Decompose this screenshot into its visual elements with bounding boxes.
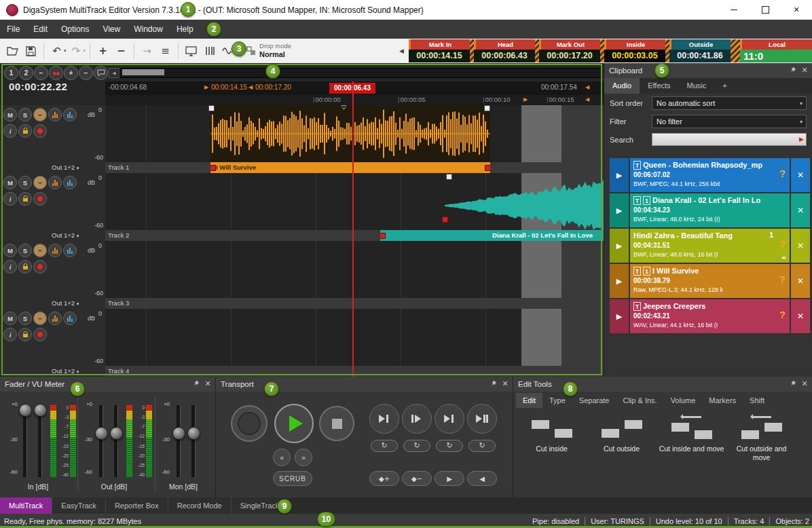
clipboard-item[interactable]: ▶ TJeepers Creepers 00:02:43.21 WAV, Lin… [610, 299, 810, 333]
clip-item-body[interactable]: T1I Will Survive 00:00:38.79 Raw, MPEG-L… [630, 264, 790, 298]
solo-button[interactable]: S [18, 244, 32, 257]
help-icon[interactable]: ? [779, 274, 786, 285]
ruler-right-marker-icon[interactable]: ◀ [585, 84, 589, 90]
timeline-ruler-ticks[interactable]: 00:00:00 00:00:05 00:00:10 ▶ 00:00:15 ◀ [105, 95, 604, 105]
fader-knob[interactable] [110, 427, 123, 440]
timeline-scrollbar[interactable] [119, 68, 602, 78]
track-name[interactable]: Track 3 [108, 299, 129, 307]
undo-icon[interactable]: ↶ [48, 42, 65, 60]
close-button[interactable]: ✕ [781, 0, 812, 20]
tab-effects[interactable]: Effects [640, 78, 678, 94]
track-lane[interactable] [105, 241, 604, 298]
open-icon[interactable] [4, 42, 21, 60]
clipboard-item[interactable]: ▶ Hindi Zahra - Beautiful Tang 00:04:31.… [610, 229, 810, 263]
rewind-button[interactable]: « [273, 449, 291, 466]
info-button[interactable]: i [3, 192, 17, 206]
clip-handle[interactable] [380, 233, 386, 239]
timeline-scrollbar-thumb[interactable] [122, 69, 164, 75]
tab-reporter-box[interactable]: Reporter Box [106, 497, 168, 514]
mute-button[interactable]: M [3, 176, 17, 189]
fader-knob[interactable] [187, 427, 200, 440]
maximize-button[interactable] [750, 0, 781, 20]
timebox-scroll-left-icon[interactable]: ◀ [399, 48, 404, 54]
tab-shift[interactable]: Shift [743, 393, 771, 408]
mark-in-icon[interactable]: ▶ [204, 84, 208, 90]
remove-icon[interactable]: − [113, 42, 130, 60]
fader-track[interactable] [114, 405, 118, 477]
meter-a-button[interactable] [48, 108, 62, 121]
monitor-icon[interactable] [183, 42, 200, 60]
tab-separate[interactable]: Separate [572, 393, 616, 408]
solo-button[interactable]: S [18, 108, 32, 121]
save-icon[interactable] [22, 42, 39, 60]
play-to-mark-button[interactable] [369, 404, 399, 434]
record-button[interactable] [231, 405, 267, 442]
meter-b-button[interactable] [63, 176, 77, 189]
clip-handle[interactable] [442, 216, 448, 223]
mark-out-icon[interactable]: ◀ [248, 84, 253, 90]
menu-help[interactable]: Help [170, 20, 200, 39]
cut-outside-and-move-button[interactable]: Cut outside and move [728, 415, 794, 462]
track-name[interactable]: Track 4 [108, 367, 129, 375]
filter-select[interactable]: No filter▾ [652, 115, 807, 128]
loop-button[interactable]: ↻ [403, 440, 430, 452]
solo-button[interactable]: S [18, 176, 32, 189]
info-button[interactable]: i [3, 260, 17, 274]
clip-item-body[interactable]: TJeepers Creepers 00:02:43.21 WAV, Linea… [630, 299, 790, 333]
play-from-mark-button[interactable] [402, 404, 432, 434]
lock-button[interactable] [18, 328, 32, 341]
cut-inside-and-move-button[interactable]: Cut inside and move [659, 415, 724, 453]
move-right-icon[interactable]: → [139, 42, 155, 60]
clipboard-item[interactable]: ▶ T1I Will Survive 00:00:38.79 Raw, MPEG… [610, 264, 810, 298]
track-title-bar[interactable]: Track 2 Diana Krall - 02 Let's Fall In L… [105, 230, 604, 241]
clip-remove-button[interactable]: ✕ [791, 158, 810, 192]
tab-audio[interactable]: Audio [604, 78, 640, 94]
clip-remove-button[interactable]: ✕ [791, 299, 810, 333]
clip-item-body[interactable]: Hindi Zahra - Beautiful Tang 00:04:31.51… [630, 229, 790, 263]
lock-button[interactable] [18, 124, 32, 138]
close-icon[interactable]: ✕ [799, 63, 810, 78]
help-icon[interactable]: ? [779, 309, 786, 320]
clip-handle[interactable] [446, 174, 452, 180]
tab-volume[interactable]: Volume [664, 393, 703, 408]
clip-play-button[interactable]: ▶ [610, 264, 629, 298]
lock-button[interactable] [18, 260, 32, 274]
record-arm-button[interactable] [33, 260, 47, 274]
info-button[interactable]: i [3, 328, 17, 341]
clip-remove-button[interactable]: ✕ [791, 193, 810, 227]
view-preset-2-button[interactable]: 2 [19, 66, 33, 80]
menu-edit[interactable]: Edit [26, 20, 54, 39]
tab-add[interactable]: + [714, 78, 735, 94]
tab-edit[interactable]: Edit [516, 393, 542, 408]
tab-markers[interactable]: Markers [702, 393, 743, 408]
track-lane[interactable]: ▽ [105, 105, 604, 162]
meter-a-button[interactable] [48, 244, 62, 257]
loop-button[interactable]: ↻ [436, 440, 463, 452]
redo-dropdown-icon[interactable]: ▾ [84, 48, 86, 54]
remove-marker-button[interactable]: ◆− [402, 471, 432, 486]
comment-button[interactable] [94, 66, 108, 80]
meter-b-button[interactable] [63, 108, 77, 121]
help-icon[interactable]: ? [779, 168, 786, 179]
clip-handle[interactable] [485, 165, 490, 171]
fader-track[interactable] [177, 405, 181, 477]
menu-file[interactable]: File [0, 20, 26, 39]
forward-button[interactable]: » [295, 449, 312, 466]
play-selection-button[interactable]: ▶ [435, 471, 464, 486]
timebox-value[interactable]: 11:0 [740, 50, 812, 62]
track-output-select[interactable]: Out 1+2 ▾ [0, 366, 105, 377]
minimize-button[interactable] [718, 0, 750, 20]
add-icon[interactable]: + [94, 42, 111, 60]
clipboard-item[interactable]: ▶ TQueen - Bohemian Rhapsody_mp 00:06:07… [610, 158, 810, 192]
track-title-bar[interactable]: Track 1 I Will Survive [105, 162, 604, 173]
menu-options[interactable]: Options [54, 20, 96, 39]
play-reverse-button[interactable]: ◀ [467, 471, 497, 486]
clip-expand-icon[interactable]: « [781, 253, 786, 262]
meter-b-button[interactable] [63, 312, 77, 325]
search-expand-icon[interactable]: ▶ [799, 136, 804, 143]
sort-order-select[interactable]: No automatic sort▾ [652, 96, 807, 110]
track-lane[interactable] [105, 309, 604, 366]
add-marker-button[interactable]: ◆+ [369, 471, 399, 486]
timebox-value[interactable]: 00:00:03.05 [604, 50, 665, 62]
fader-knob[interactable] [34, 404, 47, 417]
